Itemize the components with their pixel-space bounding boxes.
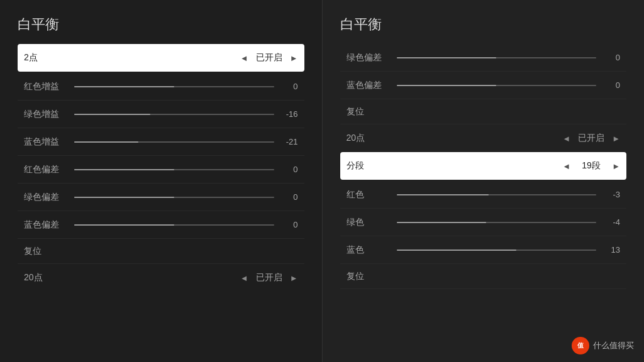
watermark-text: 什么值得买 bbox=[593, 340, 634, 351]
right-panel-title: 白平衡 bbox=[340, 15, 627, 34]
left-2point-arrow-right[interactable]: ► bbox=[290, 53, 298, 63]
right-green-row: 绿色 -4 bbox=[340, 209, 627, 236]
right-blue-offset-row: 蓝色偏差 0 bbox=[340, 72, 627, 99]
right-red-value: -3 bbox=[602, 190, 620, 199]
right-green-offset-value: 0 bbox=[602, 53, 620, 62]
left-2point-nav[interactable]: 2点 ◄ 已开启 ► bbox=[18, 44, 304, 72]
left-2point-status: 已开启 bbox=[253, 52, 285, 63]
right-segment-nav[interactable]: 分段 ◄ 19段 ► bbox=[340, 152, 627, 180]
right-20point-label: 20点 bbox=[347, 133, 563, 144]
right-20point-arrow-right[interactable]: ► bbox=[612, 134, 620, 143]
left-blue-offset-row: 蓝色偏差 0 bbox=[18, 211, 304, 239]
right-segment-status: 19段 bbox=[575, 160, 607, 172]
right-segment-controls: ◄ 19段 ► bbox=[562, 160, 620, 172]
left-red-gain-label: 红色增益 bbox=[24, 81, 68, 92]
left-2point-label: 2点 bbox=[24, 52, 240, 63]
right-reset2-label: 复位 bbox=[347, 271, 364, 282]
left-20point-label: 20点 bbox=[24, 272, 240, 283]
left-green-offset-value: 0 bbox=[280, 192, 298, 202]
right-red-row: 红色 -3 bbox=[340, 181, 627, 209]
left-panel: 白平衡 2点 ◄ 已开启 ► 红色增益 0 绿色增益 -16 蓝色增益 -21 … bbox=[0, 0, 322, 362]
right-blue-offset-track[interactable] bbox=[397, 85, 597, 86]
left-2point-arrow-left[interactable]: ◄ bbox=[240, 53, 248, 63]
left-green-gain-row: 绿色增益 -16 bbox=[18, 101, 304, 128]
left-red-offset-row: 红色偏差 0 bbox=[18, 156, 304, 184]
left-20point-controls: ◄ 已开启 ► bbox=[240, 272, 298, 283]
right-green-offset-label: 绿色偏差 bbox=[347, 52, 391, 63]
right-red-track[interactable] bbox=[397, 194, 597, 195]
left-green-gain-track[interactable] bbox=[74, 114, 274, 115]
right-blue-track[interactable] bbox=[397, 250, 597, 251]
right-20point-arrow-left[interactable]: ◄ bbox=[562, 134, 570, 143]
right-reset-row[interactable]: 复位 bbox=[340, 99, 627, 124]
left-red-offset-value: 0 bbox=[280, 165, 298, 174]
left-green-offset-label: 绿色偏差 bbox=[24, 192, 68, 203]
right-green-value: -4 bbox=[602, 217, 620, 227]
right-blue-value: 13 bbox=[602, 245, 620, 255]
right-green-offset-row: 绿色偏差 0 bbox=[340, 44, 627, 72]
right-panel: 白平衡 绿色偏差 0 蓝色偏差 0 复位 20点 ◄ 已开启 ► 分段 ◄ 19… bbox=[322, 0, 645, 362]
left-green-gain-label: 绿色增益 bbox=[24, 109, 68, 120]
right-20point-status: 已开启 bbox=[575, 133, 607, 144]
right-blue-offset-value: 0 bbox=[602, 80, 620, 90]
right-green-track[interactable] bbox=[397, 222, 597, 223]
left-blue-offset-track[interactable] bbox=[74, 224, 274, 226]
right-segment-label: 分段 bbox=[347, 160, 563, 172]
left-20point-nav[interactable]: 20点 ◄ 已开启 ► bbox=[18, 264, 304, 292]
left-red-gain-row: 红色增益 0 bbox=[18, 73, 304, 101]
left-blue-gain-value: -21 bbox=[280, 137, 298, 146]
watermark-logo: 值 bbox=[572, 337, 589, 354]
watermark: 值 什么值得买 bbox=[572, 337, 634, 354]
left-20point-arrow-right[interactable]: ► bbox=[290, 273, 298, 283]
left-reset-row[interactable]: 复位 bbox=[18, 239, 304, 264]
left-2point-controls: ◄ 已开启 ► bbox=[240, 52, 298, 63]
left-reset-label: 复位 bbox=[24, 246, 42, 257]
right-20point-controls: ◄ 已开启 ► bbox=[562, 133, 620, 144]
right-20point-nav[interactable]: 20点 ◄ 已开启 ► bbox=[340, 124, 627, 152]
left-blue-gain-row: 蓝色增益 -21 bbox=[18, 128, 304, 156]
right-green-offset-track[interactable] bbox=[397, 57, 597, 58]
left-red-gain-track[interactable] bbox=[74, 86, 274, 87]
left-green-offset-track[interactable] bbox=[74, 197, 274, 198]
right-blue-label: 蓝色 bbox=[347, 244, 391, 256]
right-green-label: 绿色 bbox=[347, 217, 391, 228]
right-blue-row: 蓝色 13 bbox=[340, 236, 627, 264]
left-20point-arrow-left[interactable]: ◄ bbox=[240, 273, 248, 283]
right-segment-arrow-right[interactable]: ► bbox=[612, 162, 620, 171]
left-red-offset-label: 红色偏差 bbox=[24, 164, 68, 175]
left-20point-status: 已开启 bbox=[253, 272, 285, 283]
left-red-offset-track[interactable] bbox=[74, 169, 274, 170]
left-green-offset-row: 绿色偏差 0 bbox=[18, 184, 304, 211]
left-blue-gain-track[interactable] bbox=[74, 141, 274, 143]
right-reset-label: 复位 bbox=[347, 106, 364, 118]
left-blue-gain-label: 蓝色增益 bbox=[24, 136, 68, 148]
right-segment-arrow-left[interactable]: ◄ bbox=[562, 162, 570, 171]
left-red-gain-value: 0 bbox=[280, 82, 298, 91]
right-blue-offset-label: 蓝色偏差 bbox=[347, 80, 391, 91]
left-green-gain-value: -16 bbox=[280, 109, 298, 119]
left-panel-title: 白平衡 bbox=[18, 15, 304, 34]
left-blue-offset-value: 0 bbox=[280, 220, 298, 229]
left-blue-offset-label: 蓝色偏差 bbox=[24, 219, 68, 231]
right-red-label: 红色 bbox=[347, 189, 391, 200]
right-reset2-row[interactable]: 复位 bbox=[340, 264, 627, 289]
